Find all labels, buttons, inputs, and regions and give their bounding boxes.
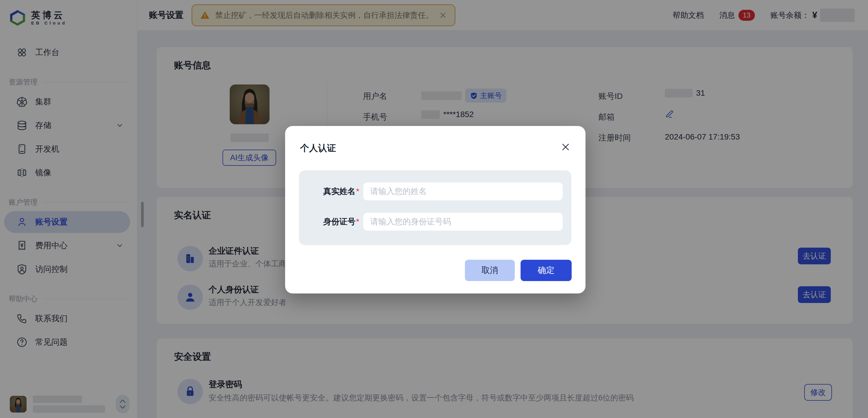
modal-buttons: 取消 确定 xyxy=(465,260,571,281)
app-root: 英博云 EB Cloud 工作台 资源管理 集群 xyxy=(0,0,868,418)
required-mark: * xyxy=(356,217,359,226)
required-mark: * xyxy=(356,187,359,196)
real-name-input[interactable] xyxy=(363,182,563,200)
modal-title: 个人认证 xyxy=(300,142,336,154)
confirm-button[interactable]: 确定 xyxy=(521,260,571,281)
id-number-row: 身份证号 * xyxy=(299,213,571,231)
modal-form-panel: 真实姓名 * 身份证号 * xyxy=(299,170,571,245)
modal-close-icon[interactable] xyxy=(561,142,570,152)
real-name-row: 真实姓名 * xyxy=(299,182,571,200)
id-number-label: 身份证号 xyxy=(299,216,355,227)
real-name-label: 真实姓名 xyxy=(299,186,355,197)
cancel-button[interactable]: 取消 xyxy=(465,260,515,281)
id-number-input[interactable] xyxy=(363,213,563,231)
personal-verification-modal: 个人认证 真实姓名 * 身份证号 * 取消 确定 xyxy=(285,126,586,293)
